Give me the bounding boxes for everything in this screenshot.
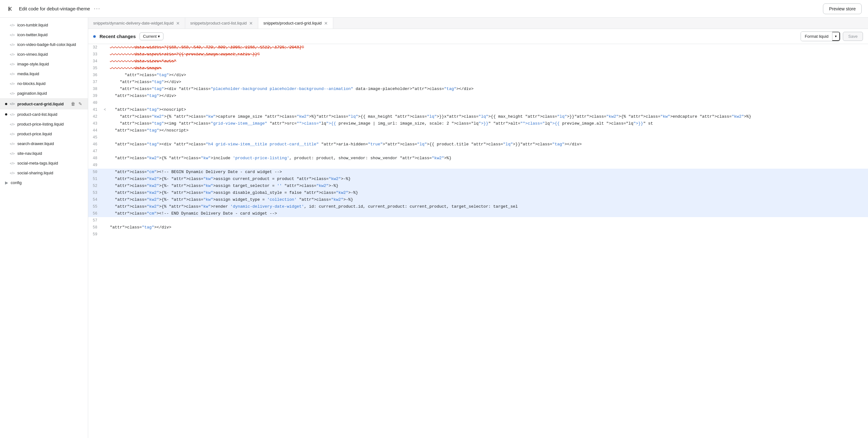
back-icon[interactable] bbox=[6, 4, 15, 13]
line-content: "attr">class="kw2">{%- "attr">class="kw"… bbox=[107, 196, 868, 203]
modified-dot bbox=[5, 103, 7, 105]
tab-label: snippets/product-card-grid.liquid bbox=[263, 21, 321, 26]
sidebar-item-product-card-grid[interactable]: </> product-card-grid.liquid 🗑 ✎ bbox=[0, 98, 88, 109]
format-liquid-dropdown[interactable]: ▾ bbox=[832, 32, 840, 41]
code-editor[interactable]: 32 data-widths="[180, 360, 540, 720, 900… bbox=[88, 44, 868, 438]
file-liquid-icon: </> bbox=[10, 161, 15, 165]
format-liquid-button[interactable]: Format liquid bbox=[801, 32, 832, 41]
sidebar-item-pagination[interactable]: </> pagination.liquid bbox=[0, 89, 88, 98]
current-dropdown[interactable]: Current ▾ bbox=[140, 32, 163, 40]
code-line-45: 45 bbox=[88, 134, 868, 141]
code-line-52: 52 "attr">class="kw2">{%- "attr">class="… bbox=[88, 182, 868, 190]
sidebar-item-no-blocks[interactable]: </> no-blocks.liquid bbox=[0, 79, 88, 89]
file-liquid-icon: </> bbox=[10, 62, 15, 66]
line-content: "attr">class="tag"></div> bbox=[107, 72, 868, 79]
code-line-40: 40 bbox=[88, 99, 868, 106]
sidebar-folder-config[interactable]: ▶ config bbox=[0, 178, 88, 188]
line-number: 46 bbox=[88, 141, 102, 148]
toolbar-left: Recent changes Current ▾ bbox=[93, 32, 163, 40]
tabs-bar: snippets/dynamic-delivery-date-widget.li… bbox=[88, 18, 868, 29]
line-content: "attr">class="kw2">{%- "attr">class="kw"… bbox=[107, 182, 868, 190]
line-number: 40 bbox=[88, 99, 102, 106]
line-number: 37 bbox=[88, 79, 102, 86]
sidebar-item-search-drawer[interactable]: </> search-drawer.liquid bbox=[0, 139, 88, 148]
sidebar-item-icon-vimeo[interactable]: </> icon-vimeo.liquid bbox=[0, 49, 88, 59]
file-liquid-icon: </> bbox=[10, 53, 15, 56]
line-number: 42 bbox=[88, 113, 102, 120]
line-content: "attr">class="tag"></div> bbox=[107, 79, 868, 86]
line-content: data-aspectratio="{{ preview_image.aspec… bbox=[107, 51, 868, 58]
sidebar-item-product-price[interactable]: </> product-price.liquid bbox=[0, 129, 88, 139]
line-number: 53 bbox=[88, 190, 102, 196]
sidebar-item-product-price-listing[interactable]: </> product-price-listing.liquid bbox=[0, 119, 88, 129]
sidebar-item-label: icon-vimeo.liquid bbox=[17, 52, 83, 57]
file-liquid-icon: </> bbox=[10, 72, 15, 76]
sidebar-item-site-nav[interactable]: </> site-nav.liquid bbox=[0, 148, 88, 158]
line-content: data-widths="[180, 360, 540, 720, 900, 1… bbox=[107, 44, 868, 51]
sidebar-item-social-sharing[interactable]: </> social-sharing.liquid bbox=[0, 168, 88, 178]
line-content: "attr">class="tag"></div> bbox=[107, 93, 868, 99]
line-number: 38 bbox=[88, 86, 102, 93]
line-content: "attr">class="cm"><!-- END Dynamic Deliv… bbox=[107, 210, 868, 217]
code-line-56: 56 "attr">class="cm"><!-- END Dynamic De… bbox=[88, 210, 868, 217]
format-liquid-group: Format liquid ▾ bbox=[801, 31, 840, 41]
line-content: "attr">class="tag"><div "attr">class="pl… bbox=[107, 86, 868, 93]
more-menu-button[interactable]: ··· bbox=[94, 5, 100, 12]
code-line-50: 50 "attr">class="cm"><!-- BEGIN Dynamic … bbox=[88, 169, 868, 176]
sidebar-item-media[interactable]: </> media.liquid bbox=[0, 69, 88, 79]
code-line-36: 36 "attr">class="tag"></div> bbox=[88, 72, 868, 79]
tab-close-button[interactable]: ✕ bbox=[176, 21, 180, 26]
file-liquid-icon: </> bbox=[10, 102, 15, 106]
chevron-down-icon: ▾ bbox=[158, 34, 160, 39]
sidebar-item-image-style[interactable]: </> image-style.liquid bbox=[0, 59, 88, 69]
recent-changes-label: Recent changes bbox=[99, 34, 136, 39]
sidebar-item-social-meta-tags[interactable]: </> social-meta-tags.liquid bbox=[0, 158, 88, 168]
topbar-left: Edit code for debut-vintage-theme ··· bbox=[6, 4, 100, 13]
line-number: 33 bbox=[88, 51, 102, 58]
tab-label: snippets/product-card-list.liquid bbox=[190, 21, 247, 26]
toolbar-right: Format liquid ▾ Save bbox=[801, 31, 863, 41]
preview-store-button[interactable]: Preview store bbox=[823, 3, 862, 14]
line-content: "attr">class="tag"><noscript> bbox=[107, 106, 868, 113]
file-liquid-icon: </> bbox=[10, 92, 15, 95]
save-button[interactable]: Save bbox=[843, 32, 863, 41]
line-number: 44 bbox=[88, 127, 102, 134]
sidebar-item-label: product-price-listing.liquid bbox=[17, 122, 83, 127]
file-liquid-icon: </> bbox=[10, 171, 15, 175]
file-liquid-icon: </> bbox=[10, 151, 15, 156]
code-line-43: 43 "attr">class="tag"><img "attr">class=… bbox=[88, 120, 868, 127]
file-liquid-icon: </> bbox=[10, 142, 15, 146]
file-liquid-icon: </> bbox=[10, 23, 15, 27]
modified-dot bbox=[5, 113, 7, 115]
sidebar-item-label: media.liquid bbox=[17, 71, 83, 76]
code-line-57: 57 bbox=[88, 217, 868, 224]
sidebar-item-label: no-blocks.liquid bbox=[17, 81, 83, 86]
tab-label: snippets/dynamic-delivery-date-widget.li… bbox=[93, 21, 174, 26]
file-liquid-icon: </> bbox=[10, 33, 15, 37]
sidebar-item-product-card-list[interactable]: </> product-card-list.liquid bbox=[0, 109, 88, 119]
line-number: 55 bbox=[88, 203, 102, 210]
current-label: Current bbox=[143, 34, 157, 39]
sidebar-item-icon-twitter[interactable]: </> icon-twitter.liquid bbox=[0, 30, 88, 40]
tab-close-button[interactable]: ✕ bbox=[249, 21, 253, 26]
code-line-42: 42 "attr">class="kw2">{% "attr">class="k… bbox=[88, 113, 868, 120]
tab-close-button[interactable]: ✕ bbox=[324, 21, 328, 26]
tab-product-card-list[interactable]: snippets/product-card-list.liquid ✕ bbox=[185, 18, 258, 29]
sidebar-item-label: image-style.liquid bbox=[17, 62, 83, 66]
line-number: 56 bbox=[88, 210, 102, 217]
line-number: 45 bbox=[88, 134, 102, 141]
delete-button[interactable]: 🗑 bbox=[70, 101, 76, 107]
line-content: "attr">class="tag"></div> bbox=[107, 224, 868, 231]
line-content: "attr">class="cm"><!-- BEGIN Dynamic Del… bbox=[107, 169, 868, 176]
code-line-41: 41< "attr">class="tag"><noscript> bbox=[88, 106, 868, 113]
sidebar-item-icon-tumblr[interactable]: </> icon-tumblr.liquid bbox=[0, 20, 88, 30]
code-line-47: 47 bbox=[88, 148, 868, 155]
sidebar-folder-label: config bbox=[11, 180, 22, 185]
tab-product-card-grid[interactable]: snippets/product-card-grid.liquid ✕ bbox=[258, 18, 333, 29]
line-content: "attr">class="tag"><img "attr">class="gr… bbox=[107, 120, 868, 127]
sidebar-item-icon-video-badge-full-color[interactable]: </> icon-video-badge-full-color.liquid bbox=[0, 40, 88, 49]
code-line-39: 39 "attr">class="tag"></div> bbox=[88, 93, 868, 99]
edit-button[interactable]: ✎ bbox=[78, 101, 83, 107]
file-liquid-icon: </> bbox=[10, 132, 15, 136]
tab-dynamic-delivery[interactable]: snippets/dynamic-delivery-date-widget.li… bbox=[88, 18, 185, 29]
